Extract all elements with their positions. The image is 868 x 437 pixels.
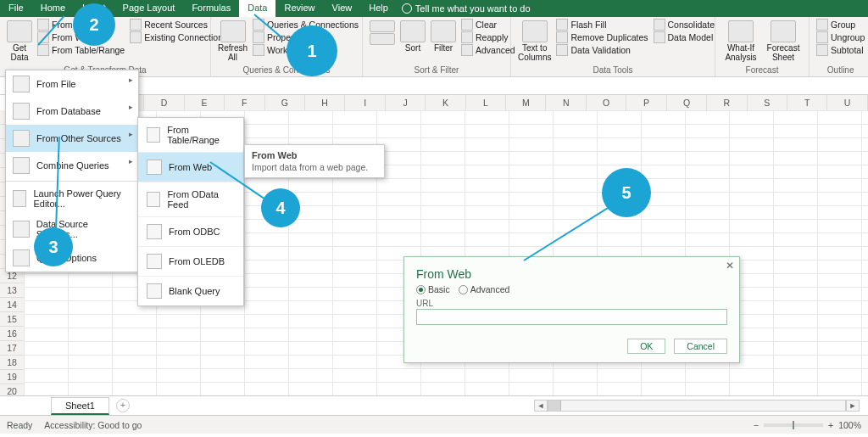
submenu-item-blank-query[interactable]: Blank Query <box>138 277 243 305</box>
data-model[interactable]: Data Model <box>654 31 715 43</box>
row-19[interactable]: 19 <box>0 370 24 384</box>
col-J[interactable]: J <box>386 95 426 110</box>
forecast-sheet-button[interactable]: Forecast Sheet <box>765 19 802 62</box>
zoom-minus[interactable]: − <box>754 420 759 430</box>
col-F[interactable]: F <box>225 95 264 110</box>
menubar: File Home Insert Page Layout Formulas Da… <box>0 0 868 17</box>
col-L[interactable]: L <box>466 95 506 110</box>
menu-item-from-other-sources[interactable]: From Other Sources <box>6 125 138 152</box>
menu-item-from-database[interactable]: From Database <box>6 98 138 125</box>
tab-page-layout[interactable]: Page Layout <box>114 0 184 17</box>
col-S[interactable]: S <box>748 95 787 110</box>
row-18[interactable]: 18 <box>0 356 24 370</box>
group-qc-label: Queries & Connections <box>218 65 355 76</box>
menu-item-data-source-settings-[interactable]: Data Source Settings... <box>6 214 138 244</box>
col-G[interactable]: G <box>265 95 305 110</box>
group-rows[interactable]: Group <box>816 19 865 31</box>
sort-za-icon <box>370 33 395 45</box>
submenu-item-from-web[interactable]: From Web <box>138 153 243 182</box>
menu-item-combine-queries[interactable]: Combine Queries <box>6 152 138 179</box>
flash-fill[interactable]: Flash Fill <box>556 19 648 31</box>
get-data-icon <box>7 20 32 42</box>
col-Q[interactable]: Q <box>667 95 707 110</box>
tab-help[interactable]: Help <box>360 0 397 17</box>
callout-3: 3 <box>34 227 73 266</box>
zoom-slider[interactable] <box>764 423 823 427</box>
sort-az-button[interactable] <box>370 19 395 45</box>
scroll-right-icon[interactable]: ► <box>846 400 860 412</box>
submenu-item-icon <box>147 192 160 207</box>
col-D[interactable]: D <box>144 95 184 110</box>
clear-filter[interactable]: Clear <box>461 19 515 31</box>
what-if-icon <box>728 20 754 42</box>
subtotal[interactable]: Subtotal <box>816 44 865 56</box>
dialog-title: From Web <box>404 257 739 284</box>
col-I[interactable]: I <box>345 95 385 110</box>
sheet1-tab[interactable]: Sheet1 <box>51 397 109 415</box>
filter-icon <box>431 20 456 42</box>
col-E[interactable]: E <box>185 95 225 110</box>
col-T[interactable]: T <box>787 95 827 110</box>
menu-item-icon <box>13 103 30 120</box>
zoom-plus[interactable]: + <box>828 420 833 430</box>
submenu-item-from-odbc[interactable]: From ODBC <box>138 217 243 246</box>
group-outline-label: Outline <box>816 65 865 76</box>
submenu-item-from-table-range[interactable]: From Table/Range <box>138 118 243 152</box>
tab-data[interactable]: Data <box>239 0 275 17</box>
zoom-value[interactable]: 100% <box>838 420 861 430</box>
col-M[interactable]: M <box>506 95 546 110</box>
col-N[interactable]: N <box>546 95 586 110</box>
row-14[interactable]: 14 <box>0 298 24 312</box>
col-K[interactable]: K <box>426 95 465 110</box>
row-13[interactable]: 13 <box>0 283 24 298</box>
col-H[interactable]: H <box>305 95 345 110</box>
ungroup-rows[interactable]: Ungroup <box>816 31 865 43</box>
what-if-button[interactable]: What-If Analysis <box>722 19 760 62</box>
row-20[interactable]: 20 <box>0 384 24 395</box>
dialog-close-icon[interactable]: ✕ <box>726 260 734 272</box>
data-validation[interactable]: Data Validation <box>556 44 648 56</box>
tab-view[interactable]: View <box>324 0 361 17</box>
menu-item-launch-power-query-editor-[interactable]: Launch Power Query Editor... <box>6 183 138 214</box>
refresh-all-button[interactable]: Refresh All <box>218 19 248 62</box>
text-to-columns-button[interactable]: Text to Columns <box>518 19 551 62</box>
menu-item-icon <box>13 157 30 174</box>
submenu-item-icon <box>147 224 162 239</box>
column-headers[interactable]: ABCDEFGHIJKLMNOPQRSTU <box>24 95 868 111</box>
col-U[interactable]: U <box>827 95 867 110</box>
menu-item-icon <box>13 249 30 266</box>
radio-basic[interactable]: Basic <box>416 284 450 294</box>
tab-file[interactable]: File <box>0 0 32 17</box>
scroll-left-icon[interactable]: ◄ <box>534 400 548 412</box>
menu-item-from-file[interactable]: From File <box>6 70 138 98</box>
advanced-filter[interactable]: Advanced <box>461 44 515 56</box>
ok-button[interactable]: OK <box>627 339 665 354</box>
submenu-item-from-oledb[interactable]: From OLEDB <box>138 247 243 276</box>
submenu-item-from-odata-feed[interactable]: From OData Feed <box>138 182 243 216</box>
from-table-range[interactable]: From Table/Range <box>37 44 125 56</box>
tab-review[interactable]: Review <box>275 0 323 17</box>
col-O[interactable]: O <box>587 95 626 110</box>
reapply-filter[interactable]: Reapply <box>461 31 515 43</box>
radio-advanced[interactable]: Advanced <box>459 284 510 294</box>
sort-button[interactable]: Sort <box>400 19 426 53</box>
get-data-button[interactable]: Get Data <box>7 19 32 62</box>
tell-me[interactable]: Tell me what you want to do <box>397 0 531 17</box>
row-17[interactable]: 17 <box>0 341 24 356</box>
consolidate[interactable]: Consolidate <box>654 19 715 31</box>
filter-button[interactable]: Filter <box>431 19 456 53</box>
col-R[interactable]: R <box>707 95 747 110</box>
get-data-label: Get Data <box>10 43 28 62</box>
tab-formulas[interactable]: Formulas <box>183 0 239 17</box>
remove-duplicates[interactable]: Remove Duplicates <box>556 31 648 43</box>
cancel-button[interactable]: Cancel <box>674 339 727 354</box>
row-15[interactable]: 15 <box>0 312 24 327</box>
tab-home[interactable]: Home <box>32 0 74 17</box>
status-accessibility: Accessibility: Good to go <box>44 420 142 430</box>
add-sheet-button[interactable]: + <box>116 399 130 412</box>
col-P[interactable]: P <box>626 95 666 110</box>
row-16[interactable]: 16 <box>0 327 24 341</box>
group-datatools-label: Data Tools <box>518 65 708 76</box>
h-scroll[interactable]: ◄ ► <box>534 400 860 412</box>
url-input[interactable] <box>416 309 727 325</box>
